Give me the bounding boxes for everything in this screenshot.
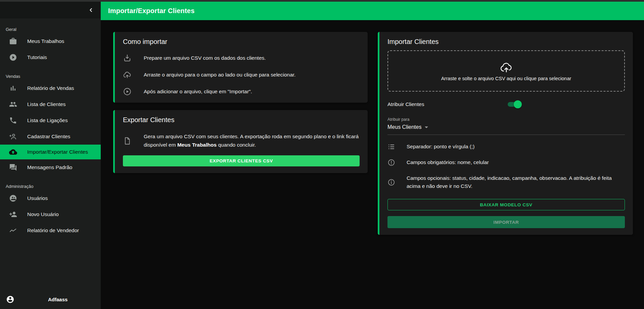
- step-text: Arraste o arquivo para o campo ao lado o…: [144, 72, 295, 78]
- info-outline-icon: [387, 178, 395, 186]
- sidebar-header: [0, 2, 101, 18]
- separator-info-row: Separador: ponto e vírgula (;): [387, 143, 625, 151]
- appbar: Importar/Exportar Clientes: [101, 2, 644, 20]
- info-text: Campos obrigatórios: nome, celular: [407, 158, 489, 166]
- play-circle-icon: [9, 53, 17, 61]
- sidebar-item-label: Usuários: [27, 195, 48, 201]
- sidebar-item-cadastrar-clientes[interactable]: Cadastrar Clientes: [0, 128, 101, 145]
- sidebar-item-label: Lista de Clientes: [27, 101, 66, 107]
- download-csv-template-button[interactable]: BAIXAR MODELO CSV: [387, 199, 625, 210]
- optional-fields-info-row: Campos opcionais: status, cidade, indica…: [387, 174, 625, 190]
- sidebar-item-relatorio-de-vendas[interactable]: Relatório de Vendas: [0, 80, 101, 96]
- sidebar: Geral Meus Trabalhos Tutoriais Vendas Re…: [0, 2, 101, 309]
- import-clients-card: Importar Clientes Arraste e solte o arqu…: [378, 32, 633, 235]
- sidebar-item-usuarios[interactable]: Usuários: [0, 190, 101, 206]
- card-title: Como importar: [123, 38, 360, 46]
- chevron-left-icon: [88, 7, 94, 13]
- person-add-icon: [9, 210, 17, 218]
- sidebar-nav: Geral Meus Trabalhos Tutoriais Vendas Re…: [0, 18, 101, 295]
- sidebar-item-meus-trabalhos[interactable]: Meus Trabalhos: [0, 33, 101, 49]
- cloud-upload-outline-icon: [500, 61, 513, 74]
- export-description-part2: quando concluir.: [217, 142, 256, 148]
- chevron-down-icon: [425, 126, 428, 128]
- user-area[interactable]: Adfaass: [0, 295, 101, 309]
- sidebar-item-lista-de-clientes[interactable]: Lista de Clientes: [0, 96, 101, 112]
- main-content: Como importar Prepare um arquivo CSV com…: [101, 20, 644, 309]
- sidebar-item-label: Relatório de Vendas: [27, 85, 74, 91]
- toggle-thumb: [514, 100, 522, 108]
- sidebar-item-label: Cadastrar Clientes: [27, 134, 70, 140]
- export-description-bold: Meus Trabalhos: [177, 142, 217, 148]
- section-label-geral: Geral: [6, 27, 101, 32]
- info-text: Campos opcionais: status, cidade, indica…: [407, 174, 625, 190]
- right-column: Importar Clientes Arraste e solte o arqu…: [378, 32, 633, 235]
- export-clients-csv-button[interactable]: EXPORTAR CLIENTES CSV: [123, 155, 360, 166]
- list-icon: [387, 143, 395, 151]
- assign-to-select[interactable]: Meus Clientes: [387, 124, 625, 135]
- export-clients-card: Exportar Clientes Gera um arquivo CSV co…: [113, 110, 368, 173]
- import-step-3: Após adicionar o arquivo, clique em "Imp…: [123, 87, 360, 96]
- file-icon: [123, 137, 132, 145]
- play-circle-outline-icon: [123, 87, 132, 96]
- import-button[interactable]: IMPORTAR: [387, 216, 625, 228]
- briefcase-icon: [9, 37, 17, 45]
- assign-clients-toggle[interactable]: [508, 100, 522, 108]
- export-description-row: Gera um arquivo CSV com seus clientes. A…: [123, 133, 360, 149]
- import-step-1: Prepare um arquivo CSV com os dados dos …: [123, 54, 360, 62]
- bar-chart-icon: [9, 84, 17, 92]
- person-add-outline-icon: [9, 133, 17, 141]
- sidebar-item-label: Meus Trabalhos: [27, 38, 64, 44]
- error-outline-icon: [387, 159, 395, 166]
- card-title: Exportar Clientes: [123, 116, 360, 124]
- sidebar-item-label: Mensagens Padrão: [27, 164, 72, 170]
- trend-line-icon: [9, 226, 17, 235]
- csv-dropzone[interactable]: Arraste e solte o arquivo CSV aqui ou cl…: [387, 50, 625, 92]
- account-circle-icon: [6, 295, 14, 304]
- top-strip: [0, 0, 644, 2]
- phone-icon: [9, 116, 17, 124]
- sidebar-item-label: Tutoriais: [27, 54, 47, 60]
- import-step-2: Arraste o arquivo para o campo ao lado o…: [123, 70, 360, 79]
- sidebar-item-label: Novo Usuário: [27, 211, 59, 217]
- sidebar-item-lista-de-ligacoes[interactable]: Lista de Ligações: [0, 112, 101, 128]
- required-fields-info-row: Campos obrigatórios: nome, celular: [387, 158, 625, 166]
- sidebar-item-importar-exportar-clientes[interactable]: Importar/Exportar Clientes: [0, 145, 101, 159]
- cloud-upload-icon: [9, 148, 17, 156]
- sidebar-item-label: Relatório de Vendedor: [27, 227, 79, 234]
- assign-clients-row: Atribuir Clientes: [387, 100, 625, 108]
- assign-clients-label: Atribuir Clientes: [387, 101, 508, 107]
- sidebar-item-novo-usuario[interactable]: Novo Usuário: [0, 206, 101, 222]
- cloud-upload-outline-icon: [123, 70, 132, 79]
- people-icon: [9, 100, 17, 108]
- export-description: Gera um arquivo CSV com seus clientes. A…: [144, 133, 360, 149]
- file-download-icon: [123, 54, 132, 62]
- info-text: Separador: ponto e vírgula (;): [407, 143, 474, 151]
- sidebar-item-relatorio-de-vendedor[interactable]: Relatório de Vendedor: [0, 222, 101, 239]
- card-title: Importar Clientes: [387, 38, 625, 46]
- how-to-import-card: Como importar Prepare um arquivo CSV com…: [113, 32, 368, 103]
- users-circle-icon: [9, 194, 17, 202]
- section-label-vendas: Vendas: [6, 74, 101, 79]
- user-name: Adfaass: [48, 297, 67, 302]
- sidebar-item-mensagens-padrao[interactable]: Mensagens Padrão: [0, 159, 101, 175]
- dropzone-text: Arraste e solte o arquivo CSV aqui ou cl…: [441, 76, 571, 81]
- assign-to-select-group: Atribuir para Meus Clientes: [387, 117, 625, 135]
- page-title: Importar/Exportar Clientes: [108, 7, 195, 15]
- section-label-administracao: Administração: [6, 184, 101, 189]
- assign-to-label: Atribuir para: [387, 117, 625, 122]
- collapse-sidebar-button[interactable]: [86, 5, 96, 15]
- step-text: Após adicionar o arquivo, clique em "Imp…: [144, 89, 252, 95]
- step-text: Prepare um arquivo CSV com os dados dos …: [144, 55, 266, 61]
- sidebar-item-tutoriais[interactable]: Tutoriais: [0, 49, 101, 65]
- assign-to-value: Meus Clientes: [387, 124, 421, 130]
- sidebar-item-label: Lista de Ligações: [27, 117, 68, 123]
- left-column: Como importar Prepare um arquivo CSV com…: [113, 32, 368, 173]
- chat-icon: [9, 163, 17, 171]
- sidebar-item-label: Importar/Exportar Clientes: [27, 149, 88, 155]
